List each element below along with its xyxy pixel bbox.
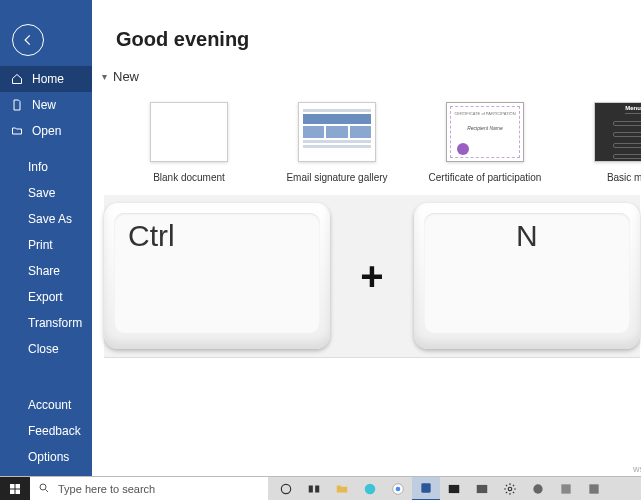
svg-rect-7: [315, 485, 319, 492]
sidebar-item-label: Close: [28, 342, 59, 356]
search-icon: [38, 480, 50, 498]
sidebar-item-transform[interactable]: Transform: [0, 310, 92, 336]
taskbar-app4-icon[interactable]: [580, 477, 608, 501]
taskbar-edge-icon[interactable]: [356, 477, 384, 501]
taskbar-word-icon[interactable]: [412, 477, 440, 501]
sidebar-item-label: Print: [28, 238, 53, 252]
back-button[interactable]: [12, 24, 44, 56]
sidebar-item-label: Feedback: [28, 424, 81, 438]
svg-rect-0: [10, 484, 15, 489]
svg-rect-11: [421, 483, 430, 492]
template-row: Blank document Email signature gallery C…: [138, 102, 641, 183]
svg-point-4: [40, 484, 46, 490]
sidebar-item-share[interactable]: Share: [0, 258, 92, 284]
windows-taskbar: Type here to search: [0, 476, 641, 500]
taskbar-terminal-icon[interactable]: [440, 477, 468, 501]
svg-rect-3: [16, 489, 21, 494]
sidebar-item-options[interactable]: Options: [0, 444, 92, 470]
backstage-sidebar: Home New Open Info Save Save As Print Sh…: [0, 0, 92, 476]
template-caption: Email signature gallery: [286, 172, 387, 183]
template-blank-document[interactable]: Blank document: [138, 102, 240, 183]
taskbar-app2-icon[interactable]: [524, 477, 552, 501]
greeting-heading: Good evening: [116, 28, 641, 51]
folder-icon: [10, 124, 24, 138]
sidebar-item-export[interactable]: Export: [0, 284, 92, 310]
sidebar-item-label: Transform: [28, 316, 82, 330]
svg-point-10: [396, 486, 401, 491]
taskbar-explorer-icon[interactable]: [328, 477, 356, 501]
template-thumbnail: Menu: [594, 102, 641, 162]
sidebar-item-new[interactable]: New: [0, 92, 92, 118]
sidebar-item-label: Save As: [28, 212, 72, 226]
svg-point-14: [508, 487, 512, 491]
sidebar-item-label: Options: [28, 450, 69, 464]
svg-rect-6: [309, 485, 313, 492]
plus-icon: +: [360, 254, 383, 299]
sidebar-item-label: Export: [28, 290, 63, 304]
svg-rect-12: [449, 484, 460, 492]
template-thumbnail: CERTIFICATE of PARTICIPATION Recipient N…: [446, 102, 524, 162]
template-caption: Blank document: [153, 172, 225, 183]
new-section-toggle[interactable]: ▾ New: [102, 69, 641, 84]
sidebar-item-close[interactable]: Close: [0, 336, 92, 362]
taskbar-search[interactable]: Type here to search: [30, 477, 268, 500]
home-icon: [10, 72, 24, 86]
taskbar-taskview-icon[interactable]: [300, 477, 328, 501]
sidebar-item-account[interactable]: Account: [0, 392, 92, 418]
keyboard-shortcut-illustration: Ctrl + N: [104, 195, 640, 357]
keycap-n: N: [414, 203, 640, 349]
keycap-label: N: [516, 219, 538, 253]
template-email-signature[interactable]: Email signature gallery: [286, 102, 388, 183]
sidebar-item-home[interactable]: Home: [0, 66, 92, 92]
sidebar-item-saveas[interactable]: Save As: [0, 206, 92, 232]
sidebar-item-label: Account: [28, 398, 71, 412]
sidebar-item-label: Home: [32, 72, 64, 86]
taskbar-icons: [268, 477, 641, 500]
template-thumbnail: [150, 102, 228, 162]
sidebar-item-label: Open: [32, 124, 61, 138]
taskbar-cortana-icon[interactable]: [272, 477, 300, 501]
svg-point-15: [533, 484, 542, 493]
template-caption: Certificate of participation: [429, 172, 542, 183]
watermark: wsxdn.com: [633, 464, 641, 474]
start-button[interactable]: [0, 477, 30, 500]
sidebar-item-print[interactable]: Print: [0, 232, 92, 258]
sidebar-item-label: Save: [28, 186, 55, 200]
svg-rect-1: [16, 484, 21, 489]
newdoc-icon: [10, 98, 24, 112]
sidebar-item-label: Share: [28, 264, 60, 278]
template-thumbnail: [298, 102, 376, 162]
taskbar-app3-icon[interactable]: [552, 477, 580, 501]
svg-rect-16: [561, 484, 570, 493]
taskbar-chrome-icon[interactable]: [384, 477, 412, 501]
main-content: Good evening ▾ New Blank document Email …: [92, 0, 641, 476]
template-caption: Basic menu: [607, 172, 641, 183]
search-placeholder: Type here to search: [58, 483, 155, 495]
svg-rect-17: [589, 484, 598, 493]
svg-rect-2: [10, 489, 15, 494]
section-label: New: [113, 69, 139, 84]
svg-point-8: [365, 483, 376, 494]
svg-rect-13: [477, 484, 488, 492]
keycap-label: Ctrl: [128, 219, 175, 253]
sidebar-item-label: Info: [28, 160, 48, 174]
sidebar-item-open[interactable]: Open: [0, 118, 92, 144]
taskbar-settings-icon[interactable]: [496, 477, 524, 501]
keycap-ctrl: Ctrl: [104, 203, 330, 349]
sidebar-item-label: New: [32, 98, 56, 112]
template-certificate[interactable]: CERTIFICATE of PARTICIPATION Recipient N…: [434, 102, 536, 183]
sidebar-item-save[interactable]: Save: [0, 180, 92, 206]
sidebar-item-feedback[interactable]: Feedback: [0, 418, 92, 444]
template-basic-menu[interactable]: Menu Basic menu: [582, 102, 641, 183]
sidebar-item-info[interactable]: Info: [0, 154, 92, 180]
chevron-down-icon: ▾: [102, 71, 107, 82]
taskbar-app-icon[interactable]: [468, 477, 496, 501]
svg-point-5: [281, 484, 290, 493]
